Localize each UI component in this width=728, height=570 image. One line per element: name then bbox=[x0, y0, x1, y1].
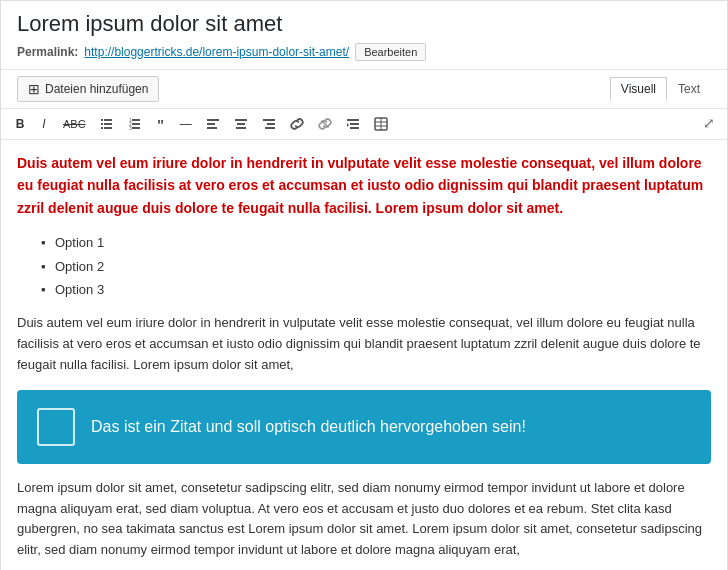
tab-text[interactable]: Text bbox=[667, 77, 711, 101]
svg-rect-23 bbox=[350, 123, 359, 125]
align-center-button[interactable] bbox=[228, 113, 254, 135]
svg-rect-14 bbox=[207, 127, 217, 129]
italic-button[interactable]: I bbox=[33, 113, 55, 135]
media-icon: ⊞ bbox=[28, 81, 40, 97]
indent-button[interactable] bbox=[340, 113, 366, 135]
svg-rect-19 bbox=[267, 123, 275, 125]
svg-rect-17 bbox=[236, 127, 246, 129]
bullet-list: Option 1 Option 2 Option 3 bbox=[41, 231, 711, 301]
tab-visual[interactable]: Visuell bbox=[610, 77, 667, 101]
align-left-button[interactable] bbox=[200, 113, 226, 135]
bold-button[interactable]: B bbox=[9, 113, 31, 135]
svg-rect-20 bbox=[265, 127, 275, 129]
svg-rect-6 bbox=[132, 119, 140, 121]
permalink-edit-button[interactable]: Bearbeiten bbox=[355, 43, 426, 61]
quote-icon bbox=[37, 408, 75, 446]
svg-rect-24 bbox=[350, 127, 359, 129]
svg-rect-3 bbox=[101, 119, 103, 121]
svg-rect-15 bbox=[235, 119, 247, 121]
blockquote-button[interactable]: " bbox=[150, 113, 172, 135]
svg-rect-18 bbox=[263, 119, 275, 121]
add-media-button[interactable]: ⊞ Dateien hinzufügen bbox=[17, 76, 159, 102]
svg-rect-13 bbox=[207, 123, 215, 125]
fullscreen-button[interactable]: ⤢ bbox=[699, 113, 719, 133]
svg-rect-1 bbox=[104, 123, 112, 125]
ordered-list-button[interactable]: 123 bbox=[122, 113, 148, 135]
svg-rect-16 bbox=[237, 123, 245, 125]
svg-rect-0 bbox=[104, 119, 112, 121]
quote-box: Das ist ein Zitat und soll optisch deutl… bbox=[17, 390, 711, 464]
list-item: Option 3 bbox=[41, 278, 711, 301]
editor-content: Duis autem vel eum iriure dolor in hendr… bbox=[1, 140, 727, 570]
body-paragraph: Duis autem vel eum iriure dolor in hendr… bbox=[17, 313, 711, 375]
strikethrough-button[interactable]: ABC bbox=[57, 113, 92, 135]
add-media-label: Dateien hinzufügen bbox=[45, 82, 148, 96]
list-item: Option 2 bbox=[41, 255, 711, 278]
footer-paragraph: Lorem ipsum dolor sit amet, consetetur s… bbox=[17, 478, 711, 561]
svg-rect-4 bbox=[101, 123, 103, 125]
link-button[interactable] bbox=[284, 113, 310, 135]
svg-rect-8 bbox=[132, 127, 140, 129]
editor-toolbar: B I ABC 123 " — bbox=[1, 109, 727, 140]
editor-tabs: Visuell Text bbox=[610, 77, 711, 101]
post-title: Lorem ipsum dolor sit amet bbox=[17, 11, 711, 37]
quote-text: Das ist ein Zitat und soll optisch deutl… bbox=[91, 418, 526, 436]
svg-marker-25 bbox=[347, 123, 349, 127]
svg-text:3: 3 bbox=[129, 125, 132, 131]
highlighted-text: Duis autem vel eum iriure dolor in hendr… bbox=[17, 155, 703, 216]
dash-button[interactable]: — bbox=[174, 113, 198, 135]
align-right-button[interactable] bbox=[256, 113, 282, 135]
unordered-list-button[interactable] bbox=[94, 113, 120, 135]
highlighted-paragraph: Duis autem vel eum iriure dolor in hendr… bbox=[17, 152, 711, 219]
permalink-label: Permalink: bbox=[17, 45, 78, 59]
list-item: Option 1 bbox=[41, 231, 711, 254]
svg-rect-5 bbox=[101, 127, 103, 129]
permalink-url[interactable]: http://bloggertricks.de/lorem-ipsum-dolo… bbox=[84, 45, 349, 59]
svg-rect-2 bbox=[104, 127, 112, 129]
svg-rect-12 bbox=[207, 119, 219, 121]
unlink-button[interactable] bbox=[312, 113, 338, 135]
svg-rect-22 bbox=[347, 119, 359, 121]
svg-rect-7 bbox=[132, 123, 140, 125]
table-button[interactable] bbox=[368, 113, 394, 135]
